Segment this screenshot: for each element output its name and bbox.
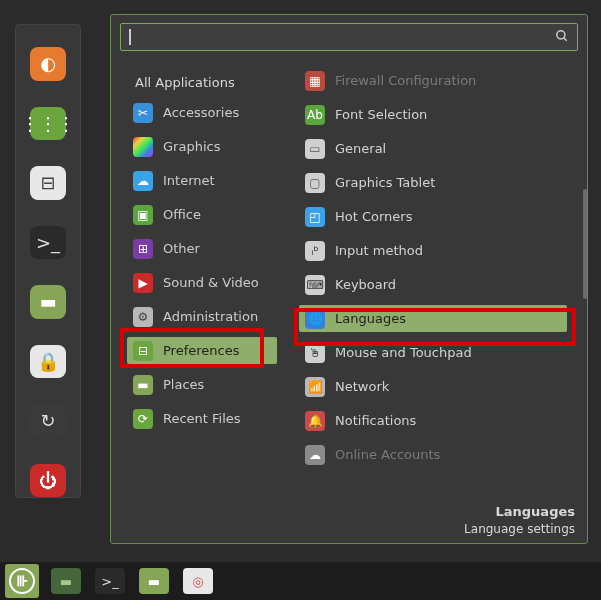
terminal-launcher[interactable]: >_ <box>95 568 125 594</box>
notifications-icon: 🔔 <box>305 411 325 431</box>
all-applications-header[interactable]: All Applications <box>135 75 235 90</box>
category-label: Internet <box>163 173 215 188</box>
app-tooltip: Languages Language settings <box>464 503 575 537</box>
app-label: Hot Corners <box>335 209 412 224</box>
app-input-method[interactable]: ᵢᵇInput method <box>299 237 567 264</box>
app-label: Input method <box>335 243 423 258</box>
app-hot-corners[interactable]: ◰Hot Corners <box>299 203 567 230</box>
category-label: Sound & Video <box>163 275 259 290</box>
app-label: Network <box>335 379 389 394</box>
apps-grid-icon[interactable]: ⋮⋮⋮ <box>30 107 66 141</box>
files2-launcher[interactable]: ▬ <box>139 568 169 594</box>
app-label: Graphics Tablet <box>335 175 435 190</box>
app-label: Online Accounts <box>335 447 440 462</box>
app-label: Firewall Configuration <box>335 73 476 88</box>
app-notifications[interactable]: 🔔Notifications <box>299 407 567 434</box>
taskbar: ⊪ ▬>_▬◎ <box>0 562 601 600</box>
app-label: Notifications <box>335 413 416 428</box>
firefox-icon[interactable]: ◐ <box>30 47 66 81</box>
category-accessories[interactable]: ✂Accessories <box>127 99 277 126</box>
category-other[interactable]: ⊞Other <box>127 235 277 262</box>
category-recent-files[interactable]: ⟳Recent Files <box>127 405 277 432</box>
category-places[interactable]: ▬Places <box>127 371 277 398</box>
files-icon[interactable]: ▬ <box>30 285 66 319</box>
category-label: Administration <box>163 309 258 324</box>
category-label: Office <box>163 207 201 222</box>
category-graphics[interactable]: Graphics <box>127 133 277 160</box>
start-menu-button[interactable]: ⊪ <box>5 564 39 598</box>
category-office[interactable]: ▣Office <box>127 201 277 228</box>
category-label: Recent Files <box>163 411 241 426</box>
mint-logo-icon: ⊪ <box>9 568 35 594</box>
app-label: Languages <box>335 311 406 326</box>
tooltip-subtitle: Language settings <box>464 521 575 537</box>
svg-point-0 <box>557 30 565 38</box>
category-preferences[interactable]: ⊟Preferences <box>127 337 277 364</box>
search-input[interactable] <box>131 30 555 45</box>
network-icon: 📶 <box>305 377 325 397</box>
internet-icon: ☁ <box>133 171 153 191</box>
lock-icon[interactable]: 🔒 <box>30 345 66 379</box>
logout-icon[interactable]: ↻ <box>30 404 66 438</box>
tooltip-title: Languages <box>464 503 575 521</box>
app-label: Keyboard <box>335 277 396 292</box>
applications-menu: All Applications ✂AccessoriesGraphics☁In… <box>110 14 588 544</box>
categories-list: ✂AccessoriesGraphics☁Internet▣Office⊞Oth… <box>127 99 277 432</box>
online-accounts-icon: ☁ <box>305 445 325 465</box>
applications-list: ▦Firewall ConfigurationAbFont Selection▭… <box>299 67 567 468</box>
category-sound-video[interactable]: ▶Sound & Video <box>127 269 277 296</box>
files-launcher[interactable]: ▬ <box>51 568 81 594</box>
app-font-selection[interactable]: AbFont Selection <box>299 101 567 128</box>
app-network[interactable]: 📶Network <box>299 373 567 400</box>
category-label: Graphics <box>163 139 220 154</box>
recent-files-icon: ⟳ <box>133 409 153 429</box>
app-keyboard[interactable]: ⌨Keyboard <box>299 271 567 298</box>
app-firewall-configuration[interactable]: ▦Firewall Configuration <box>299 67 567 94</box>
app-languages[interactable]: 🌐Languages <box>299 305 567 332</box>
languages-icon: 🌐 <box>305 309 325 329</box>
category-label: Accessories <box>163 105 239 120</box>
administration-icon: ⚙ <box>133 307 153 327</box>
scrollbar-thumb[interactable] <box>583 189 587 299</box>
search-icon <box>555 29 569 46</box>
panel-launchers: ▬>_▬◎ <box>51 568 213 594</box>
app-mouse-touchpad[interactable]: 🖱Mouse and Touchpad <box>299 339 567 366</box>
app-graphics-tablet[interactable]: ▢Graphics Tablet <box>299 169 567 196</box>
category-administration[interactable]: ⚙Administration <box>127 303 277 330</box>
shutdown-icon[interactable]: ⏻ <box>30 464 66 498</box>
hot-corners-icon: ◰ <box>305 207 325 227</box>
sound-video-icon: ▶ <box>133 273 153 293</box>
office-icon: ▣ <box>133 205 153 225</box>
app-label: Font Selection <box>335 107 427 122</box>
input-method-icon: ᵢᵇ <box>305 241 325 261</box>
favorites-sidebar: ◐⋮⋮⋮⊟>_▬🔒↻⏻ <box>15 24 81 498</box>
chrome-launcher[interactable]: ◎ <box>183 568 213 594</box>
mouse-touchpad-icon: 🖱 <box>305 343 325 363</box>
keyboard-icon: ⌨ <box>305 275 325 295</box>
terminal-icon[interactable]: >_ <box>30 226 66 260</box>
category-label: Preferences <box>163 343 239 358</box>
firewall-configuration-icon: ▦ <box>305 71 325 91</box>
general-icon: ▭ <box>305 139 325 159</box>
graphics-icon <box>133 137 153 157</box>
category-internet[interactable]: ☁Internet <box>127 167 277 194</box>
control-icon[interactable]: ⊟ <box>30 166 66 200</box>
other-icon: ⊞ <box>133 239 153 259</box>
category-label: Places <box>163 377 204 392</box>
graphics-tablet-icon: ▢ <box>305 173 325 193</box>
accessories-icon: ✂ <box>133 103 153 123</box>
app-label: Mouse and Touchpad <box>335 345 472 360</box>
svg-line-1 <box>564 37 567 40</box>
app-online-accounts[interactable]: ☁Online Accounts <box>299 441 567 468</box>
preferences-icon: ⊟ <box>133 341 153 361</box>
category-label: Other <box>163 241 200 256</box>
app-label: General <box>335 141 386 156</box>
search-box[interactable] <box>120 23 578 51</box>
font-selection-icon: Ab <box>305 105 325 125</box>
app-general[interactable]: ▭General <box>299 135 567 162</box>
places-icon: ▬ <box>133 375 153 395</box>
